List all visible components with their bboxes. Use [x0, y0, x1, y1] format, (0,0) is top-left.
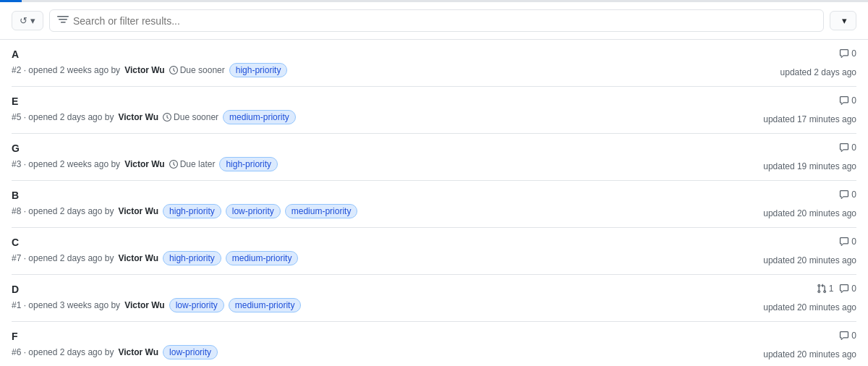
updated-time: updated 20 minutes ago	[763, 349, 856, 359]
issue-right: 0updated 2 days ago	[780, 48, 856, 77]
issue-number-opened: #8 · opened 2 days ago by	[12, 206, 114, 216]
comment-count: 0	[839, 142, 856, 153]
priority-button[interactable]: ▾	[830, 11, 856, 30]
comment-count: 0	[839, 190, 856, 200]
issue-left: A#2 · opened 2 weeks ago by Victor Wu Du…	[12, 48, 769, 77]
label-low-priority[interactable]: low-priority	[169, 298, 224, 312]
issue-number-opened: #6 · opened 2 days ago by	[12, 347, 114, 357]
comment-count: 0	[839, 95, 856, 106]
due-tag: Due later	[169, 159, 216, 169]
issue-author[interactable]: Victor Wu	[124, 159, 165, 169]
updated-time: updated 20 minutes ago	[763, 302, 856, 312]
issue-left: C#7 · opened 2 days ago by Victor Wuhigh…	[12, 237, 752, 265]
due-tag: Due sooner	[169, 65, 225, 75]
updated-time: updated 20 minutes ago	[763, 208, 856, 218]
issue-title[interactable]: G	[12, 142, 752, 154]
issue-right: 0updated 20 minutes ago	[763, 190, 856, 218]
label-high-priority[interactable]: high-priority	[163, 204, 221, 218]
issue-title[interactable]: C	[12, 237, 752, 248]
issue-number-opened: #2 · opened 2 weeks ago by	[12, 65, 120, 75]
comment-count: 0	[839, 331, 856, 341]
issue-stats: 1 0	[817, 284, 856, 294]
issue-right: 0updated 19 minutes ago	[763, 142, 856, 171]
issue-author[interactable]: Victor Wu	[118, 112, 158, 122]
due-tag: Due sooner	[163, 112, 218, 122]
issue-stats: 0	[839, 331, 856, 341]
issue-meta: #8 · opened 2 days ago by Victor Wuhigh-…	[12, 204, 752, 218]
issue-stats: 0	[839, 142, 856, 153]
issue-right: 0updated 20 minutes ago	[763, 237, 856, 265]
label-low-priority[interactable]: low-priority	[163, 345, 218, 359]
history-button[interactable]: ↺ ▾	[12, 11, 43, 30]
issue-number-opened: #7 · opened 2 days ago by	[12, 253, 114, 263]
search-box	[49, 9, 824, 32]
issue-left: F#6 · opened 2 days ago by Victor Wulow-…	[12, 331, 752, 359]
issue-title[interactable]: F	[12, 331, 752, 342]
issue-number-link[interactable]: #6	[12, 347, 21, 357]
issues-list: A#2 · opened 2 weeks ago by Victor Wu Du…	[0, 40, 868, 366]
label-medium-priority[interactable]: medium-priority	[226, 251, 299, 265]
comment-count: 0	[839, 284, 856, 294]
issue-right: 0updated 17 minutes ago	[763, 95, 856, 124]
issue-item: D#1 · opened 3 weeks ago by Victor Wulow…	[12, 275, 856, 322]
issue-number-link[interactable]: #7	[12, 253, 21, 263]
updated-time: updated 19 minutes ago	[763, 161, 856, 171]
issue-number-link[interactable]: #1	[12, 300, 21, 310]
label-high-priority[interactable]: high-priority	[219, 157, 278, 171]
issue-stats: 0	[839, 95, 856, 106]
label-low-priority[interactable]: low-priority	[226, 204, 281, 218]
issue-title[interactable]: A	[12, 48, 769, 60]
issue-title[interactable]: E	[12, 95, 752, 107]
issue-meta: #3 · opened 2 weeks ago by Victor Wu Due…	[12, 157, 752, 171]
issue-left: D#1 · opened 3 weeks ago by Victor Wulow…	[12, 284, 752, 312]
comment-count: 0	[839, 237, 856, 247]
comment-count: 0	[839, 48, 856, 59]
issue-item: F#6 · opened 2 days ago by Victor Wulow-…	[12, 322, 856, 366]
issue-item: B#8 · opened 2 days ago by Victor Wuhigh…	[12, 181, 856, 228]
issue-author[interactable]: Victor Wu	[124, 65, 165, 75]
filter-icon	[57, 14, 69, 27]
issue-number-opened: #5 · opened 2 days ago by	[12, 112, 114, 122]
issue-author[interactable]: Victor Wu	[124, 300, 165, 310]
label-high-priority[interactable]: high-priority	[163, 251, 221, 265]
issue-number-opened: #3 · opened 2 weeks ago by	[12, 159, 120, 169]
issue-author[interactable]: Victor Wu	[118, 347, 158, 357]
label-medium-priority[interactable]: medium-priority	[223, 110, 296, 124]
issue-stats: 0	[839, 237, 856, 247]
search-input[interactable]	[73, 15, 816, 27]
issue-left: B#8 · opened 2 days ago by Victor Wuhigh…	[12, 190, 752, 218]
issue-author[interactable]: Victor Wu	[118, 253, 158, 263]
issue-item: C#7 · opened 2 days ago by Victor Wuhigh…	[12, 228, 856, 275]
issue-right: 1 0updated 20 minutes ago	[763, 284, 856, 312]
updated-time: updated 20 minutes ago	[763, 255, 856, 265]
label-medium-priority[interactable]: medium-priority	[229, 298, 302, 312]
pr-count: 1	[817, 284, 834, 294]
issue-item: G#3 · opened 2 weeks ago by Victor Wu Du…	[12, 134, 856, 181]
issue-stats: 0	[839, 48, 856, 59]
issue-author[interactable]: Victor Wu	[118, 206, 158, 216]
issue-meta: #7 · opened 2 days ago by Victor Wuhigh-…	[12, 251, 752, 265]
issue-number-link[interactable]: #8	[12, 206, 21, 216]
issue-item: A#2 · opened 2 weeks ago by Victor Wu Du…	[12, 40, 856, 87]
updated-time: updated 2 days ago	[780, 67, 856, 77]
history-chevron: ▾	[30, 15, 35, 26]
label-high-priority[interactable]: high-priority	[229, 63, 288, 77]
issue-number-link[interactable]: #3	[12, 159, 21, 169]
issue-item: E#5 · opened 2 days ago by Victor Wu Due…	[12, 87, 856, 134]
updated-time: updated 17 minutes ago	[763, 114, 856, 124]
label-medium-priority[interactable]: medium-priority	[285, 204, 358, 218]
issue-title[interactable]: B	[12, 190, 752, 201]
issue-left: E#5 · opened 2 days ago by Victor Wu Due…	[12, 95, 752, 124]
issue-meta: #2 · opened 2 weeks ago by Victor Wu Due…	[12, 63, 769, 77]
toolbar: ↺ ▾ ▾	[0, 2, 868, 40]
issue-meta: #6 · opened 2 days ago by Victor Wulow-p…	[12, 345, 752, 359]
issue-stats: 0	[839, 190, 856, 200]
issue-number-opened: #1 · opened 3 weeks ago by	[12, 300, 120, 310]
issue-meta: #1 · opened 3 weeks ago by Victor Wulow-…	[12, 298, 752, 312]
issue-title[interactable]: D	[12, 284, 752, 295]
issue-left: G#3 · opened 2 weeks ago by Victor Wu Du…	[12, 142, 752, 171]
issue-meta: #5 · opened 2 days ago by Victor Wu Due …	[12, 110, 752, 124]
issue-number-link[interactable]: #2	[12, 65, 21, 75]
priority-chevron: ▾	[842, 15, 847, 26]
issue-number-link[interactable]: #5	[12, 112, 21, 122]
